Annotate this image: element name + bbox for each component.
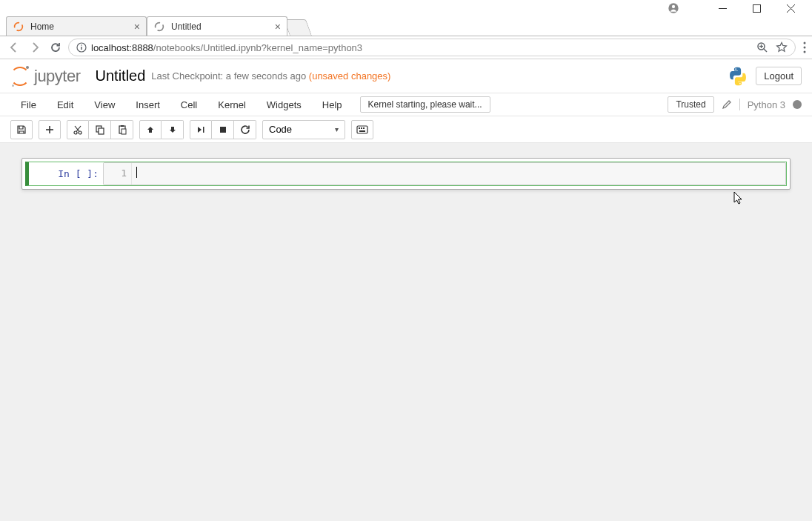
interrupt-button[interactable] (212, 120, 234, 139)
jupyter-header: jupyter Untitled Last Checkpoint: a few … (0, 59, 812, 93)
jupyter-favicon (153, 21, 165, 33)
copy-button[interactable] (89, 120, 111, 139)
kernel-status: Kernel starting, please wait... (360, 96, 490, 113)
notebook-container: In [ ]: 1 (21, 158, 791, 190)
move-up-button[interactable] (139, 120, 162, 139)
python-logo-icon (728, 66, 748, 87)
forward-button[interactable] (27, 39, 43, 56)
add-cell-button[interactable] (39, 120, 61, 139)
close-icon[interactable] (773, 0, 808, 16)
kernel-indicator-icon (793, 100, 802, 109)
svg-point-15 (804, 42, 806, 44)
svg-point-16 (804, 47, 806, 49)
jupyter-favicon (13, 21, 24, 33)
tab-title: Untitled (171, 21, 275, 32)
browser-tabs: Home × Untitled × (0, 16, 812, 36)
svg-point-17 (804, 51, 806, 53)
menu-cell[interactable]: Cell (170, 99, 207, 110)
code-editor[interactable] (132, 163, 785, 185)
svg-rect-25 (99, 128, 104, 134)
svg-point-7 (156, 22, 164, 30)
menu-edit[interactable]: Edit (47, 99, 84, 110)
jupyter-logo-text: jupyter (34, 67, 81, 86)
jupyter-logo-icon (10, 67, 30, 86)
site-info-icon[interactable] (76, 42, 87, 53)
logout-button[interactable]: Logout (756, 67, 802, 85)
browser-tab-notebook[interactable]: Untitled × (147, 16, 287, 36)
code-cell[interactable]: In [ ]: 1 (25, 162, 787, 186)
svg-point-6 (15, 22, 23, 30)
text-cursor (136, 167, 137, 178)
menu-help[interactable]: Help (312, 99, 353, 110)
menubar: File Edit View Insert Cell Kernel Widget… (0, 93, 812, 116)
svg-point-10 (81, 44, 82, 46)
svg-rect-29 (203, 127, 204, 133)
browser-tab-home[interactable]: Home × (6, 16, 147, 36)
checkpoint-status: Last Checkpoint: a few seconds ago (unsa… (151, 70, 390, 82)
line-number-gutter: 1 (104, 163, 132, 185)
maximize-icon[interactable] (739, 0, 773, 16)
kernel-name[interactable]: Python 3 (748, 99, 785, 110)
svg-point-1 (672, 5, 675, 8)
tab-title: Home (30, 21, 134, 32)
paste-button[interactable] (111, 120, 133, 139)
cell-input-area[interactable]: 1 (103, 162, 786, 185)
user-account-icon[interactable] (656, 0, 690, 16)
trusted-button[interactable]: Trusted (668, 96, 713, 113)
svg-rect-30 (220, 127, 226, 133)
cell-type-select[interactable]: Code (262, 120, 345, 139)
svg-rect-27 (121, 125, 124, 127)
move-down-button[interactable] (162, 120, 184, 139)
divider (739, 99, 740, 110)
cell-type-value: Code (269, 124, 292, 135)
svg-rect-33 (361, 127, 362, 129)
reload-button[interactable] (47, 39, 64, 56)
new-tab-button[interactable] (284, 19, 312, 36)
tab-close-icon[interactable]: × (134, 21, 140, 33)
cell-prompt: In [ ]: (29, 162, 103, 185)
save-button[interactable] (10, 120, 33, 139)
address-bar: localhost:8888/notebooks/Untitled.ipynb?… (0, 36, 812, 59)
edit-mode-icon (722, 99, 732, 110)
svg-rect-35 (359, 130, 365, 132)
svg-rect-3 (753, 4, 760, 12)
svg-rect-28 (122, 129, 126, 134)
svg-rect-31 (357, 126, 367, 133)
toolbar: Code (0, 116, 812, 143)
tab-close-icon[interactable]: × (275, 21, 281, 33)
url-text: localhost:8888/notebooks/Untitled.ipynb?… (91, 42, 756, 53)
titlebar (0, 0, 812, 16)
browser-menu-icon[interactable] (803, 42, 806, 53)
url-input[interactable]: localhost:8888/notebooks/Untitled.ipynb?… (68, 39, 796, 56)
menu-kernel[interactable]: Kernel (207, 99, 256, 110)
run-button[interactable] (190, 120, 212, 139)
menu-file[interactable]: File (10, 99, 47, 110)
back-button[interactable] (6, 39, 22, 56)
menu-view[interactable]: View (84, 99, 125, 110)
svg-rect-34 (363, 127, 365, 129)
svg-line-12 (764, 49, 767, 52)
bookmark-star-icon[interactable] (776, 42, 788, 53)
cut-button[interactable] (67, 120, 89, 139)
notebook-title[interactable]: Untitled (96, 67, 146, 84)
zoom-icon[interactable] (756, 42, 768, 53)
notebook-background: In [ ]: 1 (0, 143, 812, 521)
menu-insert[interactable]: Insert (125, 99, 170, 110)
svg-rect-32 (359, 127, 360, 129)
command-palette-button[interactable] (351, 120, 373, 139)
jupyter-logo[interactable]: jupyter (10, 67, 81, 86)
minimize-icon[interactable] (705, 0, 739, 16)
restart-button[interactable] (234, 120, 256, 139)
menu-widgets[interactable]: Widgets (256, 99, 312, 110)
